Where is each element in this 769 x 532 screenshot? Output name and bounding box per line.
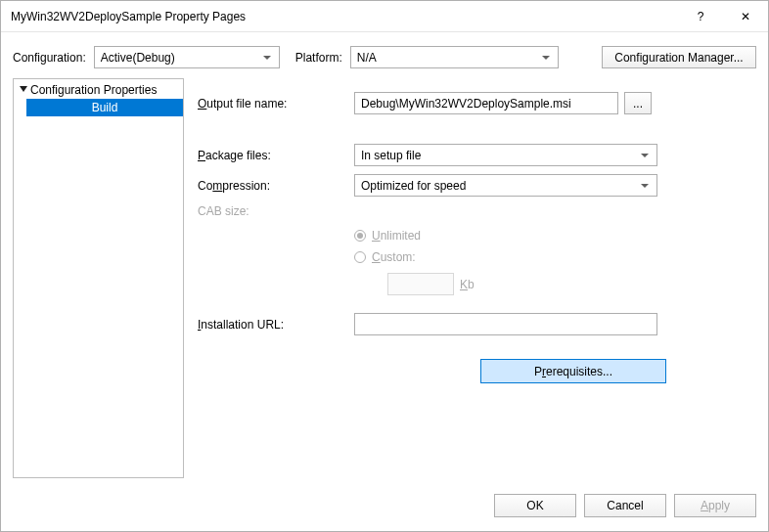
installation-url-label: Installation URL: xyxy=(198,318,354,332)
radio-icon xyxy=(354,251,366,263)
browse-output-button[interactable]: ... xyxy=(624,92,652,114)
radio-unlimited-label: Unlimited xyxy=(372,229,421,243)
configuration-value: Active(Debug) xyxy=(101,51,175,65)
output-file-name-label: Output file name: xyxy=(198,97,354,111)
configuration-label: Configuration: xyxy=(13,51,86,65)
help-button[interactable]: ? xyxy=(678,1,723,32)
configuration-select[interactable]: Active(Debug) xyxy=(94,46,280,68)
output-file-name-input[interactable]: Debug\MyWin32WV2DeploySample.msi xyxy=(354,92,618,114)
body-area: Configuration Properties Build Output fi… xyxy=(1,78,768,484)
cab-custom-size-row: Kb xyxy=(387,273,756,295)
titlebar: MyWin32WV2DeploySample Property Pages ? … xyxy=(1,1,768,32)
package-files-value: In setup file xyxy=(361,149,421,162)
cab-custom-size-input xyxy=(387,273,454,295)
tree-node-configuration-properties[interactable]: Configuration Properties xyxy=(14,81,183,99)
cab-size-label: CAB size: xyxy=(198,204,354,218)
radio-icon xyxy=(354,230,366,242)
expand-collapse-icon[interactable] xyxy=(20,86,27,92)
cab-unlimited-radio: Unlimited xyxy=(354,226,756,245)
compression-select[interactable]: Optimized for speed xyxy=(354,174,657,197)
compression-label: Compression: xyxy=(198,179,354,193)
tree-node-build[interactable]: Build xyxy=(26,99,183,116)
close-button[interactable]: ✕ xyxy=(723,1,768,32)
platform-value: N/A xyxy=(357,51,377,65)
window-title: MyWin32WV2DeploySample Property Pages xyxy=(1,10,678,23)
config-row: Configuration: Active(Debug) Platform: N… xyxy=(1,32,768,78)
platform-select[interactable]: N/A xyxy=(350,46,559,68)
package-files-label: Package files: xyxy=(198,149,354,162)
tree-view[interactable]: Configuration Properties Build xyxy=(13,78,184,478)
radio-custom-label: Custom: xyxy=(372,250,416,264)
kb-label: Kb xyxy=(460,278,475,291)
configuration-manager-button[interactable]: Configuration Manager... xyxy=(602,46,756,68)
cab-custom-radio: Custom: xyxy=(354,247,756,267)
prerequisites-button[interactable]: Prerequisites... xyxy=(480,359,666,383)
platform-label: Platform: xyxy=(295,51,342,65)
tree-node-label: Build xyxy=(92,101,118,114)
tree-node-label: Configuration Properties xyxy=(30,83,157,97)
apply-button: Apply xyxy=(674,494,756,517)
cancel-button[interactable]: Cancel xyxy=(584,494,666,517)
property-pages-window: MyWin32WV2DeploySample Property Pages ? … xyxy=(0,0,769,532)
ok-button[interactable]: OK xyxy=(494,494,576,517)
package-files-select[interactable]: In setup file xyxy=(354,144,657,166)
compression-value: Optimized for speed xyxy=(361,179,466,193)
dialog-footer: OK Cancel Apply xyxy=(1,484,768,531)
build-form: Output file name: Debug\MyWin32WV2Deploy… xyxy=(198,78,756,478)
installation-url-input[interactable] xyxy=(354,313,657,335)
